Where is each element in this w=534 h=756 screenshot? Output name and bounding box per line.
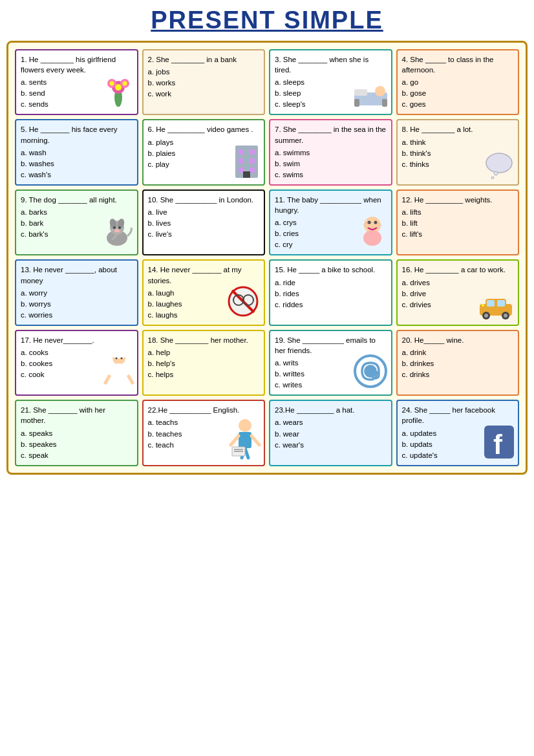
option-1-0: a. sents — [21, 77, 133, 87]
cell-content-11: 11. The baby __________ when hungry. a. … — [275, 195, 387, 250]
cell-content-12: 12. He _________ weights. a. liftsb. lif… — [402, 195, 514, 239]
option-24-2: c. update's — [402, 450, 514, 460]
cell-options-13: a. worryb. worrysc. worries — [21, 288, 133, 320]
cell-options-10: a. liveb. livesc. live's — [148, 207, 260, 239]
cell-options-18: a. helpb. help'sc. helps — [148, 347, 260, 380]
svg-point-22 — [494, 171, 498, 175]
outer-box: 1. He ________ his girlfriend flowers ev… — [6, 41, 528, 475]
cell-options-9: a. barksb. barkc. bark's — [21, 207, 133, 239]
option-4-2: c. goes — [402, 99, 514, 109]
cell-3: 3. She _______ when she is tired. a. sle… — [269, 49, 392, 115]
svg-point-23 — [491, 177, 494, 179]
cell-23: 23.He _________ a hat. a. wearsb. wearc.… — [269, 400, 392, 466]
option-23-0: a. wears — [275, 417, 387, 427]
cell-question-17: 17. He never_______. — [21, 335, 133, 345]
cell-content-24: 24. She _____ her facebook profile. a. u… — [402, 405, 514, 460]
cell-content-7: 7. She ________ in the sea in the summer… — [275, 124, 387, 179]
option-18-0: a. help — [148, 347, 260, 358]
option-21-2: c. speak — [21, 450, 133, 460]
cell-content-1: 1. He ________ his girlfriend flowers ev… — [21, 54, 133, 109]
cell-15: 15. He _____ a bike to school. a. rideb.… — [269, 259, 392, 325]
cell-14: 14. He never _______ at my stories. a. l… — [142, 259, 266, 325]
cell-options-22: a. teachsb. teachesc. teach — [148, 417, 260, 449]
option-7-2: c. swims — [275, 169, 387, 180]
option-16-1: b. drive — [402, 288, 514, 299]
option-2-2: c. work — [148, 89, 260, 99]
cell-7: 7. She ________ in the sea in the summer… — [269, 119, 392, 185]
cell-question-9: 9. The dog _______ all night. — [21, 195, 133, 205]
cell-20: 20. He_____ wine. a. drinkb. drinkesc. d… — [396, 330, 520, 396]
option-2-1: b. works — [148, 78, 260, 88]
cell-question-5: 5. He _______ his face every morning. — [21, 124, 133, 145]
cell-question-18: 18. She ________ her mother. — [148, 335, 260, 345]
option-10-2: c. live's — [148, 229, 260, 239]
option-12-2: c. lift's — [402, 229, 514, 239]
cell-options-8: a. thinkb. think'sc. thinks — [402, 137, 514, 169]
cell-options-21: a. speaksb. speakesc. speak — [21, 428, 133, 460]
cell-question-13: 13. He never _______, about money — [21, 265, 133, 285]
cell-content-21: 21. She _______ with her mother. a. spea… — [21, 405, 133, 460]
option-6-0: a. plays — [148, 137, 260, 147]
cell-content-2: 2. She ________ in a bank a. jobsb. work… — [148, 54, 260, 99]
option-14-2: c. laughs — [148, 310, 260, 320]
cell-content-4: 4. She _____ to class in the afternoon. … — [402, 54, 514, 109]
option-13-2: c. worries — [21, 310, 133, 320]
cell-options-15: a. rideb. ridesc. riddes — [275, 277, 387, 310]
cell-content-17: 17. He never_______. a. cooksb. cookesc.… — [21, 335, 133, 380]
cell-1: 1. He ________ his girlfriend flowers ev… — [15, 49, 138, 115]
option-20-1: b. drinkes — [402, 358, 514, 369]
cell-options-3: a. sleepsb. sleepc. sleep's — [275, 77, 387, 109]
cell-options-7: a. swimmsb. swimc. swims — [275, 147, 387, 180]
cell-options-12: a. liftsb. liftc. lift's — [402, 207, 514, 239]
cell-options-1: a. sentsb. sendc. sends — [21, 77, 133, 109]
option-3-0: a. sleeps — [275, 77, 387, 87]
cell-8: 8. He ________ a lot. a. thinkb. think's… — [396, 119, 520, 185]
option-3-1: b. sleep — [275, 88, 387, 98]
option-11-0: a. crys — [275, 217, 387, 228]
option-9-1: b. bark — [21, 218, 133, 228]
option-13-1: b. worrys — [21, 299, 133, 309]
option-8-2: c. thinks — [402, 159, 514, 169]
option-14-1: b. laughes — [148, 299, 260, 309]
option-12-0: a. lifts — [402, 207, 514, 217]
option-9-0: a. barks — [21, 207, 133, 217]
option-24-1: b. updats — [402, 439, 514, 449]
option-3-2: c. sleep's — [275, 99, 387, 109]
cell-19: 19. She __________ emails to her friends… — [269, 330, 392, 396]
cell-content-23: 23.He _________ a hat. a. wearsb. wearc.… — [275, 405, 387, 449]
option-4-0: a. go — [402, 77, 514, 87]
cell-options-17: a. cooksb. cookesc. cook — [21, 347, 133, 380]
cell-question-2: 2. She ________ in a bank — [148, 54, 260, 65]
option-21-0: a. speaks — [21, 428, 133, 438]
cell-question-19: 19. She __________ emails to her friends… — [275, 335, 387, 356]
cell-content-16: 16. He ________ a car to work. a. drives… — [402, 265, 514, 309]
option-11-2: c. cry — [275, 239, 387, 250]
cell-options-19: a. writsb. writtesc. writes — [275, 358, 387, 390]
option-12-1: b. lift — [402, 218, 514, 228]
option-24-0: a. updates — [402, 428, 514, 438]
cell-content-10: 10. She __________ in London. a. liveb. … — [148, 195, 260, 239]
option-9-2: c. bark's — [21, 229, 133, 239]
cell-options-4: a. gob. gosec. goes — [402, 77, 514, 109]
option-19-1: b. writtes — [275, 369, 387, 379]
option-1-2: c. sends — [21, 99, 133, 109]
option-17-2: c. cook — [21, 369, 133, 380]
cell-content-20: 20. He_____ wine. a. drinkb. drinkesc. d… — [402, 335, 514, 380]
cell-options-24: a. updatesb. updatsc. update's — [402, 428, 514, 460]
cell-21: 21. She _______ with her mother. a. spea… — [15, 400, 138, 466]
cell-content-22: 22.He __________ English. a. teachsb. te… — [148, 405, 260, 449]
cell-question-22: 22.He __________ English. — [148, 405, 260, 415]
option-6-1: b. plaies — [148, 148, 260, 158]
cell-2: 2. She ________ in a bank a. jobsb. work… — [142, 49, 266, 115]
option-7-1: b. swim — [275, 158, 387, 169]
cell-11: 11. The baby __________ when hungry. a. … — [269, 189, 392, 255]
cell-question-3: 3. She _______ when she is tired. — [275, 54, 387, 75]
cell-22: 22.He __________ English. a. teachsb. te… — [142, 400, 266, 466]
cell-options-6: a. playsb. plaiesc. play — [148, 137, 260, 169]
option-11-1: b. cries — [275, 228, 387, 239]
option-1-1: b. send — [21, 88, 133, 98]
cell-question-11: 11. The baby __________ when hungry. — [275, 195, 387, 215]
cell-question-6: 6. He _________ video games . — [148, 124, 260, 135]
option-5-1: b. washes — [21, 158, 133, 169]
option-23-1: b. wear — [275, 429, 387, 439]
